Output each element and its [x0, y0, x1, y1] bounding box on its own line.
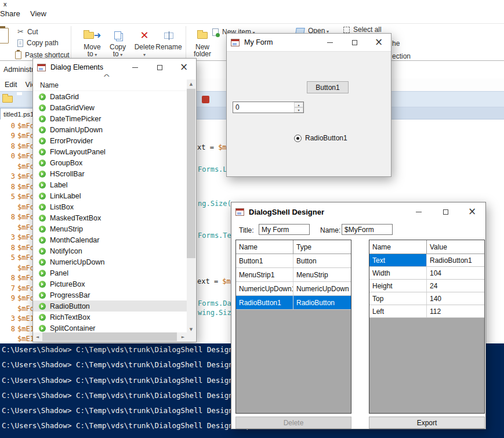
- radiobutton1[interactable]: RadioButton1: [294, 134, 347, 142]
- toolbox-item[interactable]: MonthCalendar: [33, 234, 187, 245]
- open-file-icon[interactable]: [2, 96, 13, 103]
- property-value-cell[interactable]: 24: [427, 280, 484, 292]
- column-header-value[interactable]: Value: [427, 240, 484, 254]
- property-name-cell[interactable]: Height: [369, 280, 427, 292]
- ribbon-tab-view[interactable]: View: [30, 9, 46, 18]
- numeric-value[interactable]: 0: [233, 102, 294, 113]
- scrollbar-thumb[interactable]: [187, 89, 195, 258]
- toolbox-item[interactable]: NotifyIcon: [33, 245, 187, 256]
- column-header-type[interactable]: Type: [293, 240, 351, 254]
- column-header-name[interactable]: Name: [236, 240, 293, 254]
- minimize-button[interactable]: [123, 59, 147, 76]
- column-header-name[interactable]: Name: [369, 240, 427, 254]
- control-row[interactable]: NumericUpDown1 NumericUpDown: [236, 282, 351, 296]
- property-row[interactable]: Left 112: [369, 305, 484, 318]
- toolbox-titlebar[interactable]: Dialog Elements: [33, 59, 196, 76]
- property-row[interactable]: Top 140: [369, 292, 484, 305]
- spin-down-button[interactable]: [294, 107, 303, 113]
- property-row[interactable]: Text RadioButton1: [369, 254, 484, 267]
- spin-up-button[interactable]: [294, 102, 303, 107]
- property-name-cell[interactable]: Width: [369, 267, 427, 279]
- control-row[interactable]: RadioButton1 RadioButton: [236, 296, 351, 310]
- stop-icon[interactable]: [202, 96, 209, 103]
- toolbox-item[interactable]: HScrollBar: [33, 168, 187, 179]
- toolbox-item[interactable]: ListBox: [33, 201, 187, 212]
- toolbox-item[interactable]: Label: [33, 179, 187, 190]
- export-button[interactable]: Export: [369, 417, 485, 429]
- name-input[interactable]: $MyForm: [342, 224, 393, 235]
- control-name-cell[interactable]: MenuStrip1: [236, 268, 293, 281]
- toolbox-item[interactable]: DataGridView: [33, 102, 187, 113]
- scrollbar-thumb[interactable]: [42, 332, 177, 341]
- property-value-cell[interactable]: 140: [427, 292, 484, 305]
- control-type-cell[interactable]: Button: [293, 254, 351, 267]
- control-name-cell[interactable]: NumericUpDown1: [236, 282, 293, 295]
- toolbox-item[interactable]: MenuStrip: [33, 223, 187, 234]
- button1[interactable]: Button1: [307, 81, 349, 93]
- control-type-cell[interactable]: MenuStrip: [293, 268, 351, 281]
- invert-selection-fragment[interactable]: ection: [392, 52, 411, 60]
- vertical-scrollbar[interactable]: [187, 79, 195, 334]
- property-name-cell[interactable]: Top: [369, 292, 427, 305]
- toolbox-item[interactable]: ProgressBar: [33, 289, 187, 301]
- numeric-updown[interactable]: 0: [233, 102, 304, 113]
- toolbox-item[interactable]: DataGrid: [33, 91, 187, 102]
- my-form-titlebar[interactable]: My Form: [227, 34, 391, 51]
- horizontal-scrollbar[interactable]: [33, 332, 187, 341]
- move-to-button[interactable]: ➜ Move to: [79, 27, 106, 59]
- copy-path-button[interactable]: Copy path: [17, 39, 59, 47]
- control-name-cell[interactable]: RadioButton1: [236, 296, 293, 309]
- property-row[interactable]: Height 24: [369, 280, 484, 292]
- designer-titlebar[interactable]: DialogShell Designer: [231, 202, 485, 221]
- toolbox-item[interactable]: FlowLayoutPanel: [33, 146, 187, 157]
- maximize-button[interactable]: [342, 34, 367, 51]
- toolbox-item[interactable]: RadioButton: [33, 301, 187, 312]
- paste-icon[interactable]: [0, 28, 9, 44]
- property-row[interactable]: Width 104: [369, 267, 484, 280]
- toolbox-item[interactable]: NumericUpDown: [33, 256, 187, 267]
- column-header-name[interactable]: Name: [33, 79, 187, 91]
- toolbox-item[interactable]: LinkLabel: [33, 190, 187, 201]
- minimize-button[interactable]: [318, 34, 342, 51]
- delete-button[interactable]: Delete: [235, 417, 351, 429]
- toolbox-item[interactable]: DateTimePicker: [33, 113, 187, 124]
- maximize-button[interactable]: [147, 59, 172, 76]
- title-input[interactable]: My Form: [259, 224, 310, 235]
- property-value-cell[interactable]: 112: [427, 305, 484, 317]
- control-name-cell[interactable]: Button1: [236, 254, 293, 267]
- copy-to-button[interactable]: Copy to: [104, 27, 131, 59]
- property-value-cell[interactable]: RadioButton1: [427, 254, 484, 266]
- rename-button[interactable]: Rename: [155, 27, 182, 50]
- toolbox-item[interactable]: PictureBox: [33, 278, 187, 289]
- cut-button[interactable]: ✂ Cut: [17, 27, 38, 36]
- toolbox-item[interactable]: ErrorProvider: [33, 135, 187, 146]
- open-group-fragment[interactable]: he: [392, 39, 400, 48]
- form-icon[interactable]: [235, 208, 244, 216]
- menu-edit[interactable]: Edit: [5, 81, 17, 89]
- close-button[interactable]: [172, 59, 196, 76]
- maximize-button[interactable]: [432, 202, 459, 221]
- scroll-left-button[interactable]: [33, 332, 42, 341]
- toolbox-item[interactable]: RichTextBox: [33, 312, 187, 323]
- delete-button[interactable]: ✕ Delete: [131, 27, 158, 59]
- select-all-button[interactable]: Select all: [343, 26, 382, 34]
- toolbox-item[interactable]: DomainUpDown: [33, 124, 187, 135]
- scroll-up-button[interactable]: [187, 79, 195, 88]
- ribbon-tab-share[interactable]: Share: [0, 9, 20, 18]
- form-icon[interactable]: [231, 39, 240, 46]
- close-button[interactable]: [367, 34, 391, 51]
- toolbox-item[interactable]: Panel: [33, 267, 187, 278]
- toolbox-item[interactable]: GroupBox: [33, 157, 187, 168]
- control-type-cell[interactable]: NumericUpDown: [293, 282, 351, 295]
- property-name-cell[interactable]: Left: [369, 305, 427, 317]
- control-row[interactable]: Button1 Button: [236, 254, 351, 268]
- scroll-right-button[interactable]: [179, 332, 187, 341]
- toolbox-item[interactable]: MaskedTextBox: [33, 212, 187, 223]
- close-button[interactable]: [459, 202, 485, 221]
- property-name-cell[interactable]: Text: [369, 254, 427, 266]
- form-icon[interactable]: [37, 64, 46, 71]
- control-type-cell[interactable]: RadioButton: [293, 296, 351, 309]
- property-value-cell[interactable]: 104: [427, 267, 484, 279]
- control-row[interactable]: MenuStrip1 MenuStrip: [236, 268, 351, 282]
- minimize-button[interactable]: [405, 202, 432, 221]
